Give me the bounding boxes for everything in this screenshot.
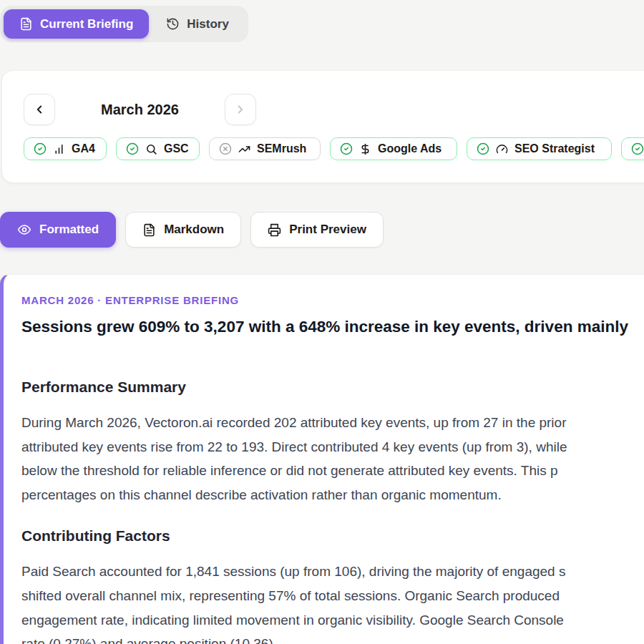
trending-up-icon (238, 143, 250, 155)
briefing-controls-card: March 2026 GA4 (1, 70, 644, 183)
file-text-icon (142, 223, 156, 237)
source-chip-label: SEO Strategist (514, 142, 595, 155)
briefing-headline: Sessions grew 609% to 3,207 with a 648% … (21, 316, 644, 338)
tab-current-briefing-label: Current Briefing (40, 17, 133, 31)
file-text-icon (19, 17, 33, 31)
source-chip-google-ads[interactable]: Google Ads (330, 137, 457, 160)
bar-chart-icon (53, 143, 65, 155)
month-navigation: March 2026 (2, 71, 644, 125)
paragraph-line: shifted overall channel mix, representin… (21, 584, 644, 608)
briefing-history-tabbar: Current Briefing History (0, 6, 248, 42)
paragraph-line: rate (0.27%) and average position (10.36… (21, 632, 644, 644)
next-month-button[interactable] (225, 94, 256, 125)
month-label: March 2026 (55, 102, 225, 118)
source-chip-ga4[interactable]: GA4 (24, 137, 107, 160)
printer-icon (268, 223, 281, 237)
paragraph-line: percentages on this channel describe act… (21, 483, 644, 507)
dollar-sign-icon (359, 143, 371, 155)
paragraph-line: attributed key events rise from 22 to 19… (21, 435, 644, 459)
chevron-left-icon (33, 103, 46, 116)
paragraph-line: During March 2026, Vectoron.ai recorded … (21, 411, 644, 435)
paragraph-line: engagement rate, indicating limited move… (21, 608, 644, 633)
chevron-right-icon (234, 103, 247, 116)
page: Current Briefing History March 2026 (0, 0, 644, 644)
section-heading-contributing-factors: Contributing Factors (21, 527, 644, 545)
section-heading-performance-summary: Performance Summary (21, 378, 644, 396)
gauge-icon (496, 143, 508, 155)
formatted-view-button[interactable]: Formatted (0, 212, 116, 248)
briefing-document: MARCH 2026 · ENTERPRISE BRIEFING Session… (0, 274, 644, 644)
x-circle-icon (219, 142, 232, 155)
check-circle-icon (34, 142, 47, 155)
tab-history[interactable]: History (150, 9, 245, 39)
check-circle-icon (631, 142, 644, 155)
history-icon (166, 17, 180, 31)
view-toggle-row: Formatted Markdown Print Preview (0, 212, 384, 248)
print-preview-button[interactable]: Print Preview (250, 212, 384, 248)
print-preview-label: Print Preview (289, 223, 366, 237)
contributing-factors-paragraph: Paid Search accounted for 1,841 sessions… (21, 560, 644, 644)
search-icon (145, 143, 157, 155)
source-chip-label: SEMrush (257, 142, 306, 155)
data-sources-row: GA4 GSC SEMrush (2, 137, 644, 160)
markdown-view-label: Markdown (164, 223, 224, 237)
tab-history-label: History (187, 17, 229, 31)
source-chip-label: Google Ads (378, 142, 441, 155)
source-chip-semrush[interactable]: SEMrush (209, 137, 321, 160)
markdown-view-button[interactable]: Markdown (125, 212, 241, 248)
briefing-eyebrow: MARCH 2026 · ENTERPRISE BRIEFING (21, 294, 644, 307)
source-chip-label: GA4 (72, 142, 95, 155)
check-circle-icon (477, 142, 489, 155)
previous-month-button[interactable] (24, 94, 55, 125)
source-chip-seo-strategist[interactable]: SEO Strategist (467, 137, 612, 160)
paragraph-line: Paid Search accounted for 1,841 sessions… (21, 560, 644, 584)
source-chip-label: GSC (164, 142, 189, 155)
source-chip-partial[interactable] (621, 137, 644, 160)
eye-icon (17, 223, 31, 237)
paragraph-line: below the threshold for reliable inferen… (21, 459, 644, 483)
formatted-view-label: Formatted (39, 223, 99, 237)
performance-summary-paragraph: During March 2026, Vectoron.ai recorded … (21, 411, 644, 507)
check-circle-icon (340, 142, 353, 155)
source-chip-gsc[interactable]: GSC (116, 137, 200, 160)
check-circle-icon (126, 142, 139, 155)
tab-current-briefing[interactable]: Current Briefing (4, 9, 149, 39)
